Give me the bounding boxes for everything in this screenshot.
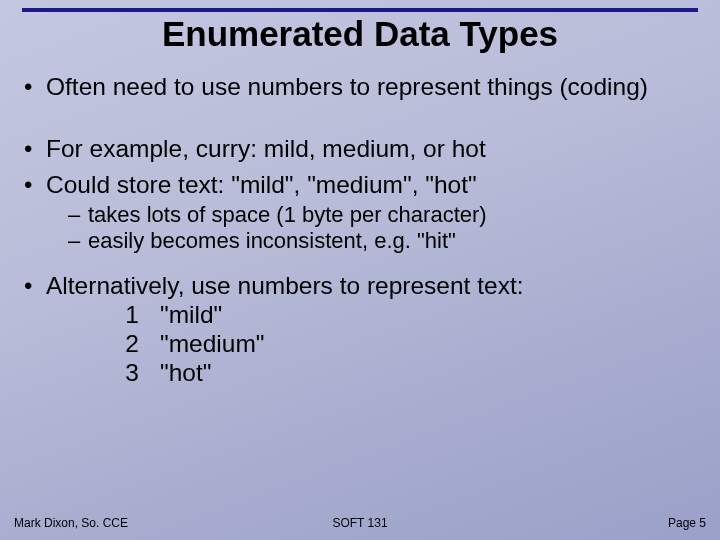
slide-body: Often need to use numbers to represent t… [0, 72, 720, 388]
footer-center: SOFT 131 [332, 516, 387, 530]
mapping-row: 2 "medium" [104, 330, 702, 359]
mapping-num: 3 [104, 359, 160, 388]
sub-bullet-item: easily becomes inconsistent, e.g. "hit" [46, 228, 702, 255]
mapping-row: 3 "hot" [104, 359, 702, 388]
bullet-item: Could store text: "mild", "medium", "hot… [18, 170, 702, 256]
bullet-item: Often need to use numbers to represent t… [18, 72, 702, 102]
mapping-text: "medium" [160, 330, 265, 359]
bullet-text: Alternatively, use numbers to represent … [46, 272, 524, 299]
mapping-table: 1 "mild" 2 "medium" 3 "hot" [104, 301, 702, 388]
title-rule [22, 8, 698, 12]
sub-bullet-item: takes lots of space (1 byte per characte… [46, 202, 702, 229]
mapping-num: 2 [104, 330, 160, 359]
mapping-num: 1 [104, 301, 160, 330]
mapping-row: 1 "mild" [104, 301, 702, 330]
footer-left: Mark Dixon, So. CCE [14, 516, 128, 530]
mapping-text: "mild" [160, 301, 222, 330]
slide-title: Enumerated Data Types [22, 14, 698, 54]
bullet-item: For example, curry: mild, medium, or hot [18, 134, 702, 164]
footer-right: Page 5 [668, 516, 706, 530]
mapping-text: "hot" [160, 359, 211, 388]
bullet-text: Could store text: "mild", "medium", "hot… [46, 171, 477, 198]
bullet-item: Alternatively, use numbers to represent … [18, 271, 702, 388]
slide-footer: Mark Dixon, So. CCE SOFT 131 Page 5 [0, 516, 720, 530]
